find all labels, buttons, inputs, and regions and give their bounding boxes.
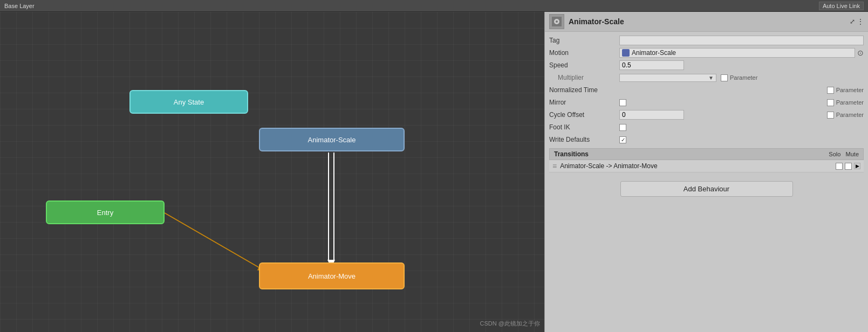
inspector-panel: Animator-Scale ⤢ ⋮ Tag Motion Animator-S… bbox=[544, 12, 868, 332]
motion-row: Motion Animator-Scale ⊙ bbox=[549, 47, 864, 58]
mirror-row: Mirror Parameter bbox=[549, 97, 864, 108]
motion-icon bbox=[622, 49, 630, 57]
any-state-label: Any State bbox=[174, 98, 204, 106]
tag-label: Tag bbox=[549, 37, 619, 44]
multiplier-param-label: Parameter bbox=[730, 74, 757, 81]
write-defaults-label: Write Defaults bbox=[549, 136, 619, 143]
foot-ik-checkbox[interactable] bbox=[619, 124, 626, 131]
normalized-time-label: Normalized Time bbox=[549, 86, 619, 94]
inspector-body: Tag Motion Animator-Scale ⊙ Speed Mu bbox=[545, 32, 868, 332]
inspector-menu-icon[interactable]: ⋮ bbox=[857, 18, 864, 25]
transition-item[interactable]: ≡ Animator-Scale -> Animator-Move ▶ bbox=[549, 160, 864, 172]
svg-line-0 bbox=[165, 213, 264, 271]
tag-row: Tag bbox=[549, 35, 864, 46]
motion-target-icon[interactable]: ⊙ bbox=[857, 49, 864, 57]
inspector-icon bbox=[549, 14, 564, 29]
normalized-time-param-label: Parameter bbox=[836, 87, 864, 93]
top-bar: Base Layer Auto Live Link bbox=[0, 0, 868, 12]
cycle-offset-param-label: Parameter bbox=[836, 112, 864, 118]
main-content: Any State Entry Animator-Scale Animator-… bbox=[0, 12, 868, 332]
transition-solo-checkbox[interactable] bbox=[836, 163, 843, 170]
cycle-offset-input[interactable] bbox=[619, 110, 684, 120]
speed-row: Speed bbox=[549, 60, 864, 71]
normalized-time-checkbox[interactable] bbox=[827, 87, 834, 94]
transitions-label: Transitions bbox=[554, 150, 589, 158]
mirror-param-label: Parameter bbox=[836, 99, 864, 106]
multiplier-row: Multiplier ▼ Parameter bbox=[549, 72, 864, 83]
transition-mute-checkbox[interactable] bbox=[845, 163, 852, 170]
animator-canvas[interactable]: Any State Entry Animator-Scale Animator-… bbox=[0, 12, 544, 332]
speed-label: Speed bbox=[549, 61, 619, 69]
multiplier-dropdown-arrow: ▼ bbox=[708, 75, 714, 81]
transition-drag-icon: ≡ bbox=[552, 162, 557, 170]
foot-ik-label: Foot IK bbox=[549, 123, 619, 131]
multiplier-label: Multiplier bbox=[549, 74, 619, 81]
transition-name: Animator-Scale -> Animator-Move bbox=[560, 162, 836, 170]
animator-scale-label: Animator-Scale bbox=[308, 136, 356, 144]
solo-mute-labels: Solo Mute bbox=[829, 151, 859, 157]
multiplier-checkbox[interactable] bbox=[721, 74, 728, 81]
write-defaults-row: Write Defaults bbox=[549, 134, 864, 145]
tag-input[interactable] bbox=[619, 36, 864, 45]
watermark: CSDN @此镜加之于你 bbox=[480, 320, 540, 328]
inspector-header: Animator-Scale ⤢ ⋮ bbox=[545, 12, 868, 32]
mirror-label: Mirror bbox=[549, 99, 619, 106]
motion-value[interactable]: Animator-Scale bbox=[619, 48, 855, 58]
normalized-time-row: Normalized Time Parameter bbox=[549, 85, 864, 95]
foot-ik-row: Foot IK bbox=[549, 122, 864, 133]
cycle-offset-checkbox[interactable] bbox=[827, 112, 834, 119]
speed-input[interactable] bbox=[619, 60, 684, 70]
add-behaviour-button[interactable]: Add Behaviour bbox=[620, 181, 793, 197]
transitions-header: Transitions Solo Mute bbox=[549, 148, 864, 160]
transition-expand[interactable]: ▶ bbox=[854, 163, 860, 169]
write-defaults-checkbox[interactable] bbox=[619, 136, 626, 143]
cycle-offset-label: Cycle Offset bbox=[549, 111, 619, 119]
entry-node[interactable]: Entry bbox=[46, 200, 165, 224]
motion-value-text: Animator-Scale bbox=[632, 49, 676, 57]
inspector-controls: ⤢ ⋮ bbox=[850, 18, 864, 25]
svg-point-6 bbox=[556, 20, 558, 23]
auto-live-link-button[interactable]: Auto Live Link bbox=[819, 2, 864, 10]
animator-move-node[interactable]: Animator-Move bbox=[259, 262, 405, 289]
motion-label: Motion bbox=[549, 49, 619, 57]
inspector-title: Animator-Scale bbox=[569, 17, 845, 26]
inspector-expand-icon[interactable]: ⤢ bbox=[850, 18, 855, 25]
mirror-param-checkbox[interactable] bbox=[827, 99, 834, 106]
animator-scale-node[interactable]: Animator-Scale bbox=[259, 128, 405, 151]
cycle-offset-row: Cycle Offset Parameter bbox=[549, 109, 864, 120]
base-layer-title: Base Layer bbox=[4, 3, 819, 9]
entry-label: Entry bbox=[97, 209, 113, 217]
transition-checkboxes bbox=[836, 163, 852, 170]
animator-move-label: Animator-Move bbox=[308, 272, 356, 280]
mirror-checkbox[interactable] bbox=[619, 99, 626, 106]
any-state-node[interactable]: Any State bbox=[129, 90, 248, 114]
multiplier-dropdown[interactable]: ▼ bbox=[619, 74, 716, 82]
